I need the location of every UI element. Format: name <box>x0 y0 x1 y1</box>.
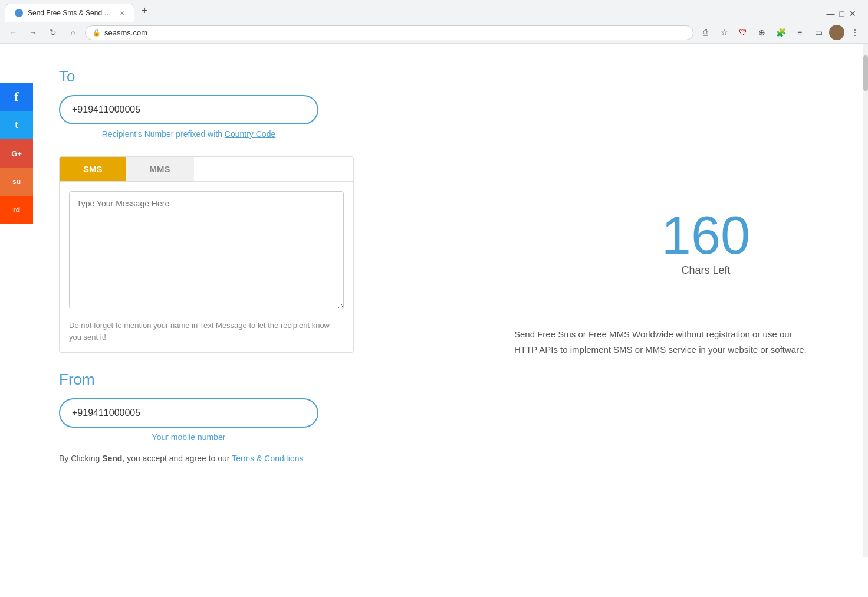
tab-mms[interactable]: MMS <box>126 157 194 181</box>
share-button[interactable]: ⎙ <box>697 24 714 41</box>
forward-button[interactable]: → <box>25 24 41 41</box>
message-tabs: SMS MMS <box>60 157 353 182</box>
account-button[interactable]: ⊕ <box>754 24 770 41</box>
from-hint-text: Your mobile number <box>59 432 318 442</box>
from-phone-input[interactable] <box>59 398 318 428</box>
lock-icon: 🔒 <box>93 29 101 37</box>
terms-middle: , you accept and agree to our <box>122 454 232 463</box>
bookmark-button[interactable]: ☆ <box>716 24 732 41</box>
toolbar-right: ⎙ ☆ 🛡 ⊕ 🧩 ≡ ▭ ⋮ <box>697 24 863 41</box>
tab-sms[interactable]: SMS <box>60 157 126 181</box>
terms-prefix: By Clicking <box>59 454 102 463</box>
address-bar[interactable]: 🔒 seasms.com <box>85 25 693 40</box>
browser-chrome: Send Free Sms & Send Free MMS ✕ + — □ ✕ … <box>0 0 868 44</box>
reddit-share-button[interactable]: rd <box>0 196 33 224</box>
message-body: Do not forget to mention your name in Te… <box>60 182 353 352</box>
chars-label: Chars Left <box>662 264 750 277</box>
browser-toolbar: ← → ↻ ⌂ 🔒 seasms.com ⎙ ☆ 🛡 ⊕ 🧩 ≡ ▭ ⋮ <box>0 22 868 43</box>
recipient-hint-prefix: Recipient's Number prefixed with <box>102 129 225 139</box>
social-sidebar: f t G+ su rd <box>0 83 33 224</box>
message-textarea[interactable] <box>69 191 344 309</box>
to-phone-input[interactable] <box>59 95 318 124</box>
to-section: To Recipient's Number prefixed with Coun… <box>59 67 821 139</box>
message-hint: Do not forget to mention your name in Te… <box>69 320 344 343</box>
tab-bar: Send Free Sms & Send Free MMS ✕ + — □ ✕ <box>0 0 868 22</box>
menu-button[interactable]: ⋮ <box>847 24 863 41</box>
tab-favicon <box>15 9 23 17</box>
tab-title: Send Free Sms & Send Free MMS <box>28 9 115 17</box>
from-label: From <box>59 370 821 389</box>
message-container: SMS MMS Do not forget to mention your na… <box>59 156 354 353</box>
back-button[interactable]: ← <box>5 24 21 41</box>
stumbleupon-share-button[interactable]: su <box>0 168 33 196</box>
promo-text: Send Free Sms or Free MMS Worldwide with… <box>514 327 809 357</box>
tab-close-button[interactable]: ✕ <box>120 10 124 17</box>
page-content: To Recipient's Number prefixed with Coun… <box>0 44 868 557</box>
splitscreen-button[interactable]: ▭ <box>810 24 827 41</box>
scrollbar-thumb[interactable] <box>863 55 868 91</box>
scrollbar[interactable] <box>863 44 868 557</box>
twitter-share-button[interactable]: t <box>0 111 33 139</box>
facebook-share-button[interactable]: f <box>0 83 33 111</box>
terms-link[interactable]: Terms & Conditions <box>232 454 303 463</box>
to-label: To <box>59 67 821 86</box>
country-code-link[interactable]: Country Code <box>225 129 275 139</box>
browser-body: To Recipient's Number prefixed with Coun… <box>0 44 868 557</box>
terms-text: By Clicking Send, you accept and agree t… <box>59 454 821 463</box>
chars-counter: 160 Chars Left <box>662 209 750 277</box>
extensions-button[interactable]: 🧩 <box>772 24 789 41</box>
url-text: seasms.com <box>104 28 686 37</box>
window-maximize-button[interactable]: □ <box>840 9 844 18</box>
from-hint: Your mobile number <box>152 432 226 442</box>
profile-avatar[interactable] <box>829 25 844 40</box>
extension-button[interactable]: 🛡 <box>735 24 751 41</box>
media-button[interactable]: ≡ <box>791 24 808 41</box>
window-minimize-button[interactable]: — <box>827 9 835 18</box>
to-hint-text: Recipient's Number prefixed with Country… <box>59 129 318 139</box>
terms-send: Send <box>102 454 122 463</box>
refresh-button[interactable]: ↻ <box>45 24 61 41</box>
from-section: From Your mobile number <box>59 370 821 442</box>
new-tab-button[interactable]: + <box>134 0 155 22</box>
browser-tab-active[interactable]: Send Free Sms & Send Free MMS ✕ <box>5 4 134 22</box>
chars-number: 160 <box>662 209 750 262</box>
window-close-button[interactable]: ✕ <box>849 9 856 18</box>
home-button[interactable]: ⌂ <box>65 24 81 41</box>
google-plus-share-button[interactable]: G+ <box>0 139 33 168</box>
